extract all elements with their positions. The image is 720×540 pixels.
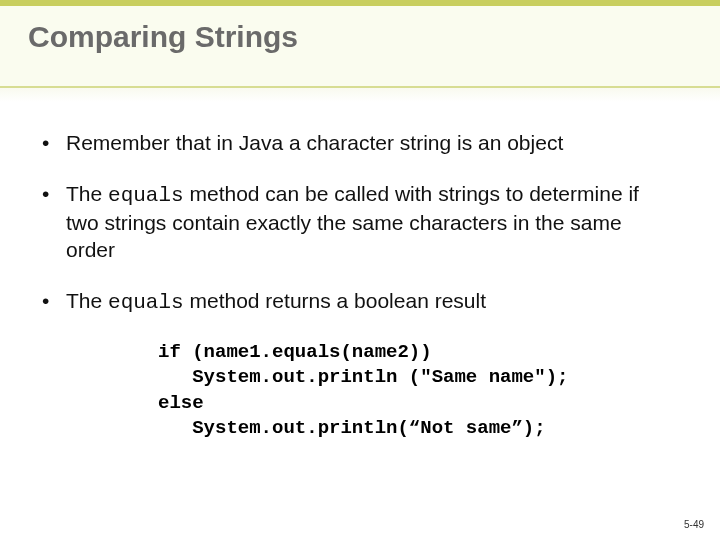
code-inline-equals: equals bbox=[108, 184, 184, 207]
bullet-text: Remember that in Java a character string… bbox=[66, 131, 563, 154]
bullet-item: Remember that in Java a character string… bbox=[38, 130, 670, 157]
bullet-item: The equals method returns a boolean resu… bbox=[38, 288, 670, 317]
header-fade bbox=[0, 88, 720, 102]
slide-content: Remember that in Java a character string… bbox=[38, 130, 670, 441]
code-block: if (name1.equals(name2)) System.out.prin… bbox=[158, 340, 670, 440]
code-inline-equals: equals bbox=[108, 291, 184, 314]
bullet-list: Remember that in Java a character string… bbox=[38, 130, 670, 316]
bullet-item: The equals method can be called with str… bbox=[38, 181, 670, 264]
page-number: 5-49 bbox=[684, 519, 704, 530]
bullet-text-pre: The bbox=[66, 182, 108, 205]
slide-title: Comparing Strings bbox=[28, 20, 298, 54]
bullet-text-post: method returns a boolean result bbox=[184, 289, 486, 312]
bullet-text-pre: The bbox=[66, 289, 108, 312]
